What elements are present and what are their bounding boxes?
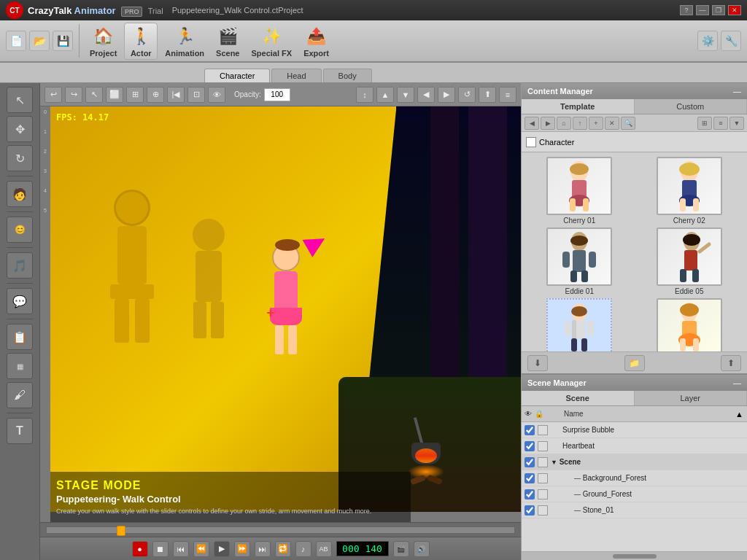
audio-mix-button[interactable]: 🔊	[414, 541, 430, 557]
animation-group[interactable]: 🏃 Animation	[160, 23, 209, 59]
project-group[interactable]: 🏠 Project	[85, 23, 121, 59]
list-item[interactable]: Cherry 01	[526, 157, 633, 225]
motion-tool[interactable]: ⊡	[187, 87, 205, 103]
menu-tool[interactable]: ≡	[499, 87, 516, 103]
layer-lock-icon[interactable]	[538, 473, 548, 483]
tab-template[interactable]: Template	[522, 99, 635, 114]
tab-head[interactable]: Head	[271, 69, 321, 82]
layer-visible-checkbox[interactable]	[525, 505, 535, 516]
special-fx-group[interactable]: ✨ Special FX	[247, 23, 297, 59]
layer-lock-icon[interactable]	[538, 425, 548, 435]
sidebar-rotate-tool[interactable]: ↻	[7, 145, 33, 171]
move-down-tool[interactable]: ▼	[397, 87, 414, 103]
sidebar-doc-tool[interactable]: 📋	[7, 324, 33, 350]
sidebar-select-tool[interactable]: ↖	[7, 87, 33, 113]
opacity-input[interactable]	[264, 88, 290, 101]
help-button[interactable]: ?	[680, 5, 693, 15]
move-left-tool[interactable]: ◀	[417, 87, 435, 103]
move-up2-tool[interactable]: ⬆	[479, 87, 496, 103]
tab-custom[interactable]: Custom	[635, 99, 748, 114]
move-right-tool[interactable]: ▶	[438, 87, 455, 103]
cm-search-tool[interactable]: 🔍	[621, 117, 635, 130]
skip-end-button[interactable]: ⏭	[255, 541, 271, 557]
sidebar-brush-tool[interactable]: 🖌	[7, 382, 33, 408]
sidebar-music-tool[interactable]: 🎵	[7, 252, 33, 279]
cm-export-button[interactable]: 📁	[624, 355, 645, 371]
layer-visible-checkbox[interactable]	[525, 425, 535, 435]
layer-lock-icon[interactable]	[538, 457, 548, 467]
pivot-tool[interactable]: ⊕	[147, 87, 164, 103]
cm-delete-tool[interactable]: ✕	[605, 117, 619, 130]
crop-tool[interactable]: ⊞	[126, 87, 144, 103]
cm-view-tool[interactable]: ⊞	[697, 117, 712, 130]
options-icon[interactable]: 🔧	[721, 31, 741, 51]
transform-tool[interactable]: ⬜	[106, 87, 123, 103]
open-button[interactable]: 📂	[29, 31, 50, 51]
layer-visible-checkbox[interactable]	[525, 489, 535, 499]
sidebar-move-tool[interactable]: ✥	[7, 116, 33, 142]
sm-minimize-icon[interactable]: —	[733, 378, 741, 387]
list-item[interactable]: Eddie 01	[526, 228, 633, 295]
layer-visible-checkbox[interactable]	[525, 473, 535, 483]
skip-start-button[interactable]: ⏮	[173, 541, 189, 557]
eddie-05-thumb[interactable]	[657, 228, 722, 286]
timecode-mode-button[interactable]: 🎬	[393, 541, 409, 557]
minimize-button[interactable]: —	[696, 5, 709, 15]
rewind-button[interactable]: ⏪	[193, 541, 209, 557]
sidebar-person-tool[interactable]: 🧑	[7, 181, 33, 207]
sidebar-chat-tool[interactable]: 💬	[7, 288, 33, 314]
sidebar-grid-tool[interactable]: ▦	[7, 353, 33, 379]
timeline-track[interactable]	[46, 526, 515, 534]
list-item[interactable]: Eddie 05	[636, 228, 743, 295]
cm-options-tool[interactable]: ▼	[729, 117, 744, 130]
cherry-02-thumb[interactable]	[657, 157, 722, 215]
cm-add-button[interactable]: ⬆	[721, 355, 741, 371]
list-item[interactable]: Mr. Rosenberg	[526, 298, 633, 351]
layer-lock-icon[interactable]	[538, 505, 548, 516]
cm-back-tool[interactable]: ◀	[525, 117, 539, 130]
cm-up-tool[interactable]: ↑	[573, 117, 587, 130]
list-item[interactable]: Sally	[636, 298, 743, 351]
cm-import-button[interactable]: ⬇	[527, 355, 548, 371]
timeline-thumb[interactable]	[117, 526, 125, 536]
layer-visible-checkbox[interactable]	[525, 441, 535, 451]
tab-body[interactable]: Body	[323, 69, 372, 82]
cm-home-tool[interactable]: ⌂	[557, 117, 571, 130]
audio-button[interactable]: ♪	[295, 541, 311, 557]
scene-group[interactable]: 🎬 Scene	[212, 23, 244, 59]
tab-character[interactable]: Character	[204, 69, 270, 82]
skip-start-tool[interactable]: |◀	[167, 87, 185, 103]
sm-scroll-up[interactable]: ▲	[735, 410, 744, 419]
layer-lock-icon[interactable]	[538, 441, 548, 451]
stop-button[interactable]: ⏹	[152, 541, 169, 557]
close-button[interactable]: ✕	[728, 5, 741, 15]
sm-scrollbar[interactable]	[522, 551, 747, 560]
cm-tree-checkbox[interactable]	[526, 137, 536, 147]
cm-sort-tool[interactable]: ≡	[713, 117, 728, 130]
flip-h-tool[interactable]: ↕	[356, 87, 374, 103]
select-tool[interactable]: ↖	[85, 87, 103, 103]
settings-icon[interactable]: ⚙️	[697, 31, 718, 51]
new-button[interactable]: 📄	[6, 31, 26, 51]
sidebar-text-tool[interactable]: T	[7, 418, 33, 444]
cm-minimize-icon[interactable]: —	[733, 87, 741, 96]
record-button[interactable]: ●	[132, 541, 148, 557]
sidebar-face-tool[interactable]: 😊	[7, 217, 33, 243]
save-button[interactable]: 💾	[53, 31, 73, 51]
cm-nav-tool[interactable]: ▶	[541, 117, 555, 130]
play-button[interactable]: ▶	[214, 541, 230, 557]
move-up-tool[interactable]: ▲	[376, 87, 394, 103]
tab-layer[interactable]: Layer	[635, 391, 748, 405]
export-group[interactable]: 📤 Export	[299, 23, 333, 59]
fast-forward-button[interactable]: ⏩	[234, 541, 250, 557]
reset-tool[interactable]: ↺	[458, 87, 476, 103]
actor-group[interactable]: 🚶 Actor	[124, 23, 158, 60]
redo-button[interactable]: ↪	[65, 87, 82, 103]
cm-add-tool[interactable]: +	[589, 117, 603, 130]
tab-scene[interactable]: Scene	[522, 391, 635, 405]
eye-tool[interactable]: 👁	[208, 87, 225, 103]
loop-button[interactable]: 🔁	[275, 541, 291, 557]
text-button[interactable]: AB	[316, 541, 332, 557]
stage-canvas[interactable]: 012345	[40, 106, 521, 522]
restore-button[interactable]: ❐	[712, 5, 725, 15]
